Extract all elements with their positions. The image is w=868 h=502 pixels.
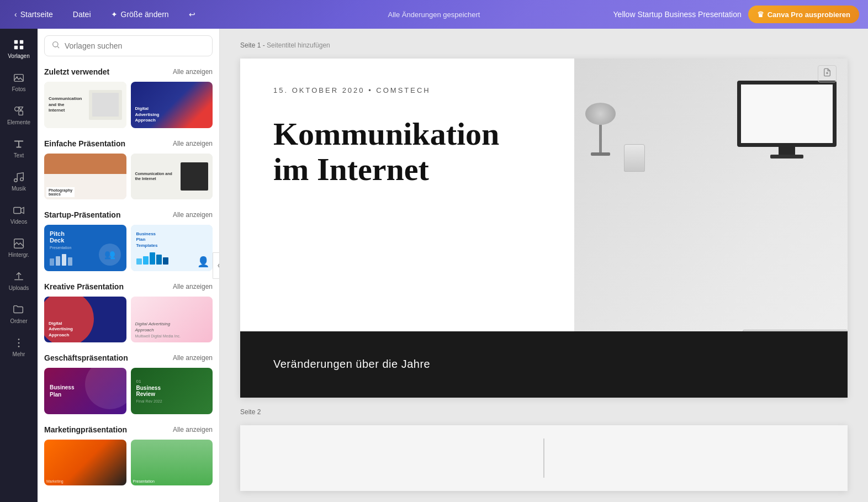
resize-button[interactable]: ✦ Größe ändern bbox=[105, 7, 174, 22]
sidebar-musik-label: Musik bbox=[12, 186, 26, 192]
saved-status: Alle Änderungen gespeichert bbox=[388, 10, 480, 19]
section-header-creative: Kreative Präsentation Alle anzeigen bbox=[44, 282, 213, 291]
sidebar-item-musik[interactable]: Musik bbox=[3, 166, 34, 197]
template-marketing1[interactable]: Marketing bbox=[44, 440, 126, 486]
pro-button[interactable]: ♛ Canva Pro ausprobieren bbox=[748, 6, 859, 23]
svg-point-14 bbox=[18, 342, 20, 344]
undo-icon: ↩ bbox=[189, 10, 195, 19]
slide-1[interactable]: 15. OKTOBER 2020 • COMSTECH Kommunikatio… bbox=[240, 59, 848, 398]
sidebar-item-elemente[interactable]: Elemente bbox=[3, 99, 34, 130]
show-all-startup[interactable]: Alle anzeigen bbox=[173, 211, 213, 219]
dark-bar-text: Veränderungen über die Jahre bbox=[273, 358, 430, 371]
file-button[interactable]: Datei bbox=[67, 7, 97, 22]
svg-rect-2 bbox=[14, 45, 18, 49]
sidebar-item-fotos[interactable]: Fotos bbox=[3, 66, 34, 97]
canvas-area: Seite 1 - Seitentitel hinzufügen 15. OKT… bbox=[220, 29, 868, 502]
template-digital-adv3[interactable]: Digital AdvertisingApproach Multiwell Di… bbox=[131, 297, 213, 343]
search-input-wrap[interactable] bbox=[44, 35, 213, 56]
slide-2-inner bbox=[240, 425, 848, 491]
templates-grid-creative: DigitalAdvertisingApproach Digital Adver… bbox=[44, 297, 213, 343]
undo-button[interactable]: ↩ bbox=[183, 7, 201, 22]
add-page-note-button[interactable] bbox=[818, 65, 837, 82]
show-all-simple[interactable]: Alle anzeigen bbox=[173, 140, 213, 147]
sidebar-item-uploads[interactable]: Uploads bbox=[3, 265, 34, 296]
templates-grid-startup: PitchDeck Presentation 👥 BusinessPlan bbox=[44, 225, 213, 271]
arrow-left-icon: ‹ bbox=[14, 10, 17, 19]
page2-header: Seite 2 bbox=[240, 406, 848, 416]
sidebar-mehr-label: Mehr bbox=[13, 351, 25, 357]
section-title-business: Geschäftspräsentation bbox=[44, 353, 128, 362]
templates-grid-simple: Photographybasics Communication and the … bbox=[44, 154, 213, 200]
topbar: ‹ Startseite Datei ✦ Größe ändern ↩ Alle… bbox=[0, 0, 868, 29]
section-title-simple: Einfache Präsentation bbox=[44, 139, 125, 148]
section-header-marketing: Marketingpräsentation Alle anzeigen bbox=[44, 425, 213, 434]
template-comm-internet[interactable]: Communication and the Internet bbox=[44, 82, 126, 128]
page1-title-link[interactable]: Seitentitel hinzufügen bbox=[267, 41, 330, 49]
sidebar-item-text[interactable]: Text bbox=[3, 133, 34, 163]
svg-point-16 bbox=[53, 42, 58, 47]
template-photography[interactable]: Photographybasics bbox=[44, 154, 126, 200]
template-comm2[interactable]: Communication and the Internet bbox=[131, 154, 213, 200]
folder-icon bbox=[13, 304, 25, 316]
sidebar-hintergr-label: Hintergr. bbox=[8, 252, 29, 258]
sidebar-uploads-label: Uploads bbox=[9, 285, 29, 291]
main-layout: Vorlagen Fotos Elemente Text Musik bbox=[0, 29, 868, 502]
page1-header: Seite 1 - Seitentitel hinzufügen bbox=[240, 40, 848, 50]
presentation-title: Yellow Startup Business Presentation bbox=[613, 10, 742, 19]
svg-rect-11 bbox=[14, 207, 21, 213]
sidebar-vorlagen-label: Vorlagen bbox=[8, 53, 29, 59]
section-title-creative: Kreative Präsentation bbox=[44, 282, 124, 291]
section-header-startup: Startup-Präsentation Alle anzeigen bbox=[44, 210, 213, 219]
template-digital-adv[interactable]: DigitalAdvertisingApproach bbox=[131, 82, 213, 128]
slide-date: 15. OKTOBER 2020 • COMSTECH bbox=[273, 86, 541, 94]
svg-rect-7 bbox=[19, 111, 23, 115]
section-title-startup: Startup-Präsentation bbox=[44, 210, 120, 219]
home-button[interactable]: ‹ Startseite bbox=[9, 7, 59, 22]
svg-point-9 bbox=[14, 178, 18, 182]
section-header-simple: Einfache Präsentation Alle anzeigen bbox=[44, 139, 213, 148]
template-pitch-deck[interactable]: PitchDeck Presentation 👥 bbox=[44, 225, 126, 271]
sidebar-text-label: Text bbox=[14, 152, 24, 158]
section-recently-used: Zuletzt verwendet Alle anzeigen Communic… bbox=[38, 61, 219, 133]
collapse-panel-button[interactable] bbox=[213, 252, 220, 279]
sidebar-item-hintergr[interactable]: Hintergr. bbox=[3, 232, 34, 263]
svg-rect-1 bbox=[20, 40, 23, 43]
topbar-center: Alle Änderungen gespeichert bbox=[295, 10, 573, 19]
search-icon bbox=[51, 40, 60, 51]
grid-icon bbox=[13, 39, 25, 51]
sidebar-icons: Vorlagen Fotos Elemente Text Musik bbox=[0, 29, 38, 502]
home-label: Startseite bbox=[20, 10, 53, 19]
svg-rect-0 bbox=[14, 40, 18, 43]
section-header-business: Geschäftspräsentation Alle anzeigen bbox=[44, 353, 213, 362]
show-all-recently-used[interactable]: Alle anzeigen bbox=[173, 68, 213, 76]
sidebar-elemente-label: Elemente bbox=[7, 119, 30, 125]
search-input[interactable] bbox=[65, 41, 205, 50]
template-marketing2[interactable]: Presentation bbox=[131, 440, 213, 486]
sidebar-item-vorlagen[interactable]: Vorlagen bbox=[3, 33, 34, 64]
show-all-business[interactable]: Alle anzeigen bbox=[173, 354, 213, 362]
template-digital-adv2[interactable]: DigitalAdvertisingApproach bbox=[44, 297, 126, 343]
show-all-marketing[interactable]: Alle anzeigen bbox=[173, 426, 213, 434]
svg-point-13 bbox=[18, 339, 20, 340]
video-icon bbox=[13, 204, 25, 216]
svg-rect-3 bbox=[20, 45, 23, 49]
sidebar-item-videos[interactable]: Videos bbox=[3, 199, 34, 230]
template-biz-plan-dark[interactable]: BusinessPlan bbox=[44, 368, 126, 414]
page2-label: Seite 2 bbox=[240, 408, 261, 416]
section-marketing: Marketingpräsentation Alle anzeigen Mark… bbox=[38, 419, 219, 490]
topbar-left: ‹ Startseite Datei ✦ Größe ändern ↩ bbox=[9, 7, 287, 22]
resize-icon: ✦ bbox=[111, 10, 118, 19]
slide-2[interactable] bbox=[240, 425, 848, 491]
slide-2-divider bbox=[543, 438, 544, 478]
section-startup: Startup-Präsentation Alle anzeigen Pitch… bbox=[38, 204, 219, 276]
sidebar-item-mehr[interactable]: Mehr bbox=[3, 331, 34, 362]
template-biz-plan-templates[interactable]: BusinessPlanTemplates 👤 bbox=[131, 225, 213, 271]
svg-point-6 bbox=[15, 107, 19, 110]
search-bar bbox=[38, 29, 219, 61]
sidebar-item-ordner[interactable]: Ordner bbox=[3, 298, 34, 329]
template-biz-review[interactable]: 01 BusinessReview Final Rev 2022 bbox=[131, 368, 213, 414]
show-all-creative[interactable]: Alle anzeigen bbox=[173, 283, 213, 290]
sidebar-videos-label: Videos bbox=[10, 219, 27, 225]
section-creative: Kreative Präsentation Alle anzeigen Digi… bbox=[38, 276, 219, 347]
section-title-marketing: Marketingpräsentation bbox=[44, 425, 127, 434]
